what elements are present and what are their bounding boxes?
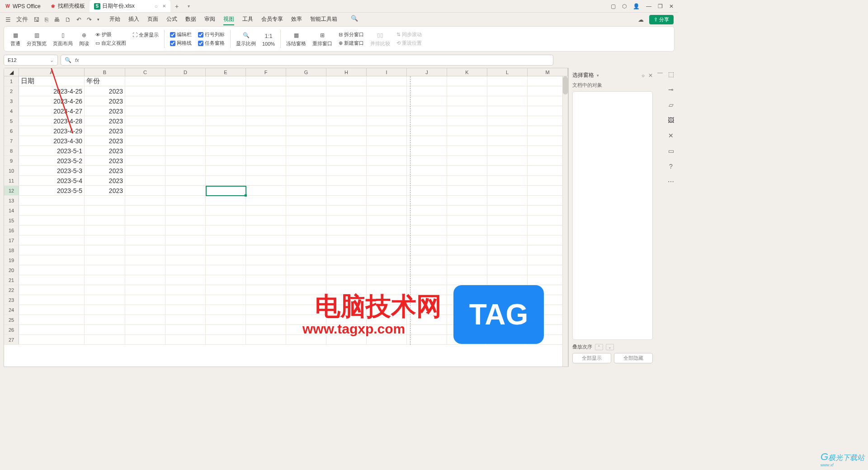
tablet-icon[interactable]: ▢ (611, 3, 616, 9)
cell[interactable] (125, 235, 165, 245)
cell[interactable] (206, 186, 246, 195)
cell[interactable] (206, 76, 246, 86)
cell[interactable] (326, 76, 367, 86)
cell[interactable] (286, 186, 326, 195)
cell[interactable] (367, 106, 407, 116)
cell[interactable] (528, 86, 568, 96)
cell[interactable] (165, 106, 206, 116)
cell[interactable] (125, 315, 165, 324)
cell[interactable] (447, 196, 487, 205)
cell[interactable] (528, 76, 568, 86)
cell[interactable] (165, 285, 206, 295)
cell[interactable] (407, 186, 447, 195)
cell[interactable] (125, 166, 165, 175)
cell[interactable] (165, 295, 206, 305)
cell[interactable]: 2023-5-2 (19, 156, 85, 165)
view-pagebreak[interactable]: ▥ 分页预览 (24, 31, 49, 47)
tools-icon[interactable]: ✕ (668, 132, 674, 139)
taskpane-check[interactable]: 任务窗格 (198, 40, 225, 47)
dropdown-icon[interactable]: ▾ (96, 16, 100, 23)
cell[interactable] (246, 76, 286, 86)
cell[interactable] (125, 136, 165, 146)
cell[interactable] (246, 176, 286, 185)
cell[interactable]: 2023 (85, 116, 125, 126)
cell[interactable] (19, 226, 85, 235)
cell[interactable] (246, 325, 286, 334)
select-icon[interactable]: ⬚ (668, 70, 674, 78)
cell[interactable] (528, 126, 568, 136)
cell[interactable] (286, 216, 326, 225)
cell[interactable] (528, 216, 568, 225)
cell[interactable] (125, 245, 165, 255)
cell[interactable] (165, 235, 206, 245)
cell[interactable] (206, 176, 246, 185)
cell[interactable] (528, 245, 568, 255)
row-header[interactable]: 22 (4, 285, 19, 295)
device-icon[interactable]: ▭ (668, 147, 674, 155)
cell[interactable] (528, 106, 568, 116)
split-button[interactable]: ⊟拆分窗口 (339, 31, 364, 38)
cell[interactable] (19, 255, 85, 265)
cell[interactable] (447, 235, 487, 245)
cell[interactable] (286, 235, 326, 245)
cell[interactable] (286, 335, 326, 344)
cell[interactable] (165, 146, 206, 155)
row-header[interactable]: 9 (4, 156, 19, 165)
cell[interactable] (165, 86, 206, 96)
cell[interactable] (125, 295, 165, 305)
cell[interactable] (367, 295, 407, 305)
cell[interactable] (246, 216, 286, 225)
row-header[interactable]: 25 (4, 315, 19, 324)
cell[interactable] (487, 176, 528, 185)
cell[interactable] (206, 295, 246, 305)
cell[interactable] (246, 146, 286, 155)
row-header[interactable]: 27 (4, 335, 19, 344)
col-header-j[interactable]: J (407, 68, 447, 76)
cell[interactable] (206, 235, 246, 245)
cell[interactable] (407, 285, 447, 295)
cell[interactable] (367, 166, 407, 175)
hide-all-button[interactable]: 全部隐藏 (614, 353, 653, 363)
cell[interactable] (487, 265, 528, 275)
cell[interactable] (528, 255, 568, 265)
cell[interactable] (447, 86, 487, 96)
add-tab-button[interactable]: + (170, 3, 183, 10)
cell[interactable] (487, 245, 528, 255)
col-header-m[interactable]: M (528, 68, 568, 76)
link-icon[interactable]: ⎘ (44, 15, 49, 24)
cell[interactable] (246, 255, 286, 265)
cell[interactable] (286, 196, 326, 205)
cell[interactable] (85, 226, 125, 235)
tab-data[interactable]: 数据 (185, 14, 196, 25)
cell[interactable] (246, 295, 286, 305)
cell[interactable] (125, 216, 165, 225)
cell[interactable] (246, 106, 286, 116)
cell[interactable] (286, 255, 326, 265)
cell[interactable] (407, 275, 447, 285)
cell[interactable] (528, 196, 568, 205)
cell[interactable] (528, 235, 568, 245)
cell[interactable] (246, 335, 286, 344)
cell[interactable] (487, 156, 528, 165)
cell[interactable] (286, 166, 326, 175)
maximize-icon[interactable]: ❐ (658, 3, 663, 9)
cell[interactable] (447, 186, 487, 195)
app-tab-template[interactable]: ❀ 找稻壳模板 (45, 0, 90, 12)
cell[interactable] (326, 226, 367, 235)
row-header[interactable]: 13 (4, 196, 19, 205)
cell[interactable] (326, 86, 367, 96)
layers-icon[interactable]: ▱ (669, 101, 674, 108)
cell[interactable] (19, 196, 85, 205)
cell[interactable] (206, 226, 246, 235)
cell[interactable] (286, 106, 326, 116)
cell[interactable] (286, 275, 326, 285)
cell[interactable] (447, 106, 487, 116)
cell[interactable] (19, 216, 85, 225)
cell[interactable] (326, 146, 367, 155)
cell[interactable] (447, 116, 487, 126)
image-icon[interactable]: 🖼 (668, 117, 674, 124)
app-tab-file[interactable]: S 日期年份.xlsx ○ ✕ (90, 0, 170, 12)
minimize-icon[interactable]: — (646, 3, 651, 9)
cell[interactable] (367, 235, 407, 245)
cell[interactable] (407, 245, 447, 255)
